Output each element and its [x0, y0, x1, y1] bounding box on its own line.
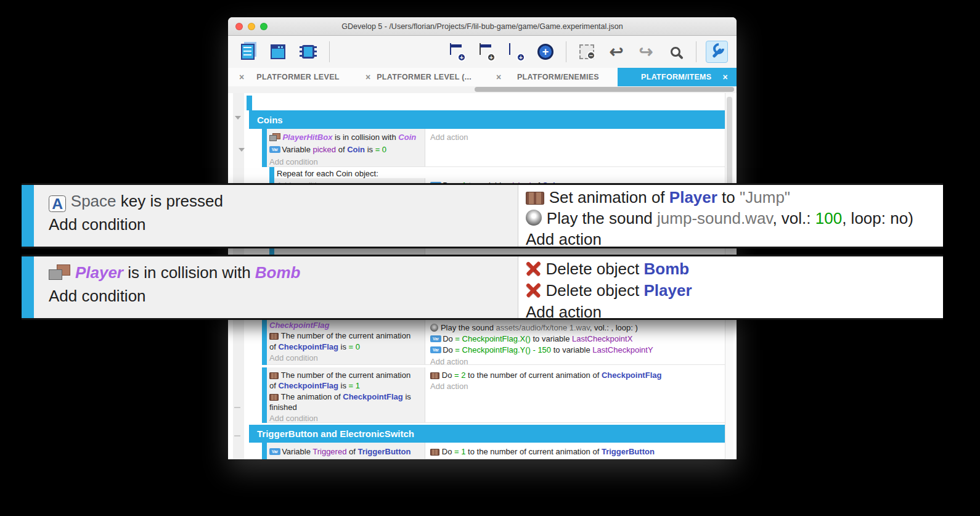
action-line[interactable]: Do = 1 to the number of current animatio…: [430, 447, 655, 456]
condition-line[interactable]: The number of the current animation: [269, 331, 410, 340]
search-button[interactable]: [664, 41, 687, 63]
event-indent-bar: [22, 256, 34, 318]
add-condition-link[interactable]: Add condition: [269, 414, 318, 423]
condition-line[interactable]: CheckpointFlag: [269, 321, 330, 330]
text-segment: is in collision with: [335, 133, 398, 142]
conditions-cell[interactable]: Player is in collision with Bomb Add con…: [34, 256, 518, 318]
text-segment: = 2: [454, 371, 465, 380]
condition-line[interactable]: VarVariable Triggered of TriggerButton: [269, 447, 410, 456]
add-condition-link[interactable]: Add condition: [49, 213, 518, 236]
condition-line[interactable]: The animation of CheckpointFlag is: [269, 392, 411, 401]
tab-platform-enemies[interactable]: × PLATFORM/ENEMIES: [485, 68, 618, 86]
text-segment: Do: [443, 334, 455, 343]
redo-icon: ↪: [639, 44, 653, 60]
tab-platformer-level-2[interactable]: × PLATFORMER LEVEL (...: [354, 68, 485, 86]
action-line[interactable]: Play the sound assets/audio/fx/tone 1.wa…: [430, 323, 638, 332]
text-segment: = 0: [349, 342, 360, 351]
text-segment: of: [346, 447, 357, 456]
redo-button[interactable]: ↪: [635, 41, 657, 63]
actions-cell[interactable]: Set animation of Player to "Jump" Play t…: [518, 185, 943, 247]
horizontal-scrollbar-thumb[interactable]: [475, 87, 734, 92]
action-line[interactable]: VarDo = CheckpointFlag.Y() - 150 to vari…: [430, 345, 653, 354]
undo-icon: ↩: [610, 44, 624, 60]
project-manager-button[interactable]: [237, 41, 259, 63]
scene-editor-button[interactable]: [267, 41, 289, 63]
text-segment: 100: [815, 209, 842, 227]
text-segment: picked: [312, 145, 336, 154]
text-segment: to variable: [551, 345, 592, 354]
add-event-button[interactable]: +: [446, 41, 468, 63]
actions-cell[interactable]: Delete object Bomb Delete object Player …: [518, 256, 943, 318]
add-condition-link[interactable]: Add condition: [269, 353, 318, 362]
condition-line[interactable]: The number of the current animation: [269, 371, 410, 380]
group-header-coins[interactable]: Coins: [249, 110, 725, 129]
condition-line[interactable]: VarVariable picked of Coin is = 0: [269, 145, 386, 154]
text-segment: Variable: [282, 447, 312, 456]
condition-line[interactable]: of CheckpointFlag is = 0: [269, 342, 360, 351]
text-segment: , vol.:: [772, 209, 815, 227]
undo-button[interactable]: ↩: [605, 41, 627, 63]
add-action-link[interactable]: Add action: [526, 301, 943, 323]
text-segment: Delete object: [545, 281, 643, 300]
action-line[interactable]: Delete object Bomb: [526, 258, 943, 280]
text-segment: key is pressed: [121, 192, 223, 210]
repeat-event-header[interactable]: Repeat for each Coin object:: [277, 169, 378, 178]
add-comment-button[interactable]: +: [475, 41, 497, 63]
text-segment: Space: [71, 192, 121, 210]
tools-button[interactable]: [706, 41, 728, 63]
condition-line[interactable]: PlayerHitBox is in collision with Coin: [269, 133, 416, 142]
condition-line[interactable]: finished: [269, 403, 297, 412]
text-segment: TriggerButton: [602, 447, 655, 456]
tab-close-icon[interactable]: ×: [228, 72, 255, 82]
keyboard-key-icon: A: [49, 195, 66, 212]
condition-line[interactable]: ASpace key is pressed: [49, 189, 518, 213]
action-line[interactable]: Set animation of Player to "Jump": [526, 187, 943, 208]
text-segment: "Jump": [740, 188, 790, 207]
tab-close-icon[interactable]: ×: [354, 72, 377, 82]
delete-event-button[interactable]: −: [576, 41, 598, 63]
add-action-link[interactable]: Add action: [526, 229, 943, 250]
text-segment: Do: [442, 371, 454, 380]
animation-icon: [430, 372, 439, 379]
main-toolbar: + + + + − ↩ ↪: [228, 36, 737, 68]
event-indent-bar: [22, 185, 34, 247]
add-action-link[interactable]: Add action: [430, 133, 468, 142]
debugger-button[interactable]: [297, 41, 319, 63]
add-condition-link[interactable]: Add condition: [49, 284, 518, 308]
add-action-link[interactable]: Add action: [430, 357, 468, 366]
collapse-chevron-icon[interactable]: [235, 116, 241, 120]
debugger-icon: [302, 45, 314, 59]
horizontal-scrollbar[interactable]: [228, 86, 737, 93]
text-segment: to variable: [531, 334, 572, 343]
sound-icon: [526, 210, 542, 226]
add-subevent-button[interactable]: +: [505, 41, 527, 63]
text-segment: = 1: [349, 381, 360, 390]
add-condition-link[interactable]: Add condition: [269, 157, 318, 166]
event-indent-bar: [262, 129, 267, 167]
tab-platform-items[interactable]: × PLATFORM/ITEMS: [618, 68, 737, 86]
group-header-triggerbutton[interactable]: TriggerButton and ElectronicSwitch: [249, 425, 725, 443]
text-segment: jump-sound.wav: [657, 209, 772, 227]
group-title: Coins: [257, 115, 283, 125]
condition-line[interactable]: Player is in collision with Bomb: [49, 261, 518, 284]
tab-platformer-level[interactable]: × PLATFORMER LEVEL: [228, 68, 354, 86]
collapse-chevron-icon[interactable]: [239, 148, 245, 152]
tree-connector: [234, 435, 240, 436]
conditions-cell[interactable]: ASpace key is pressed Add condition: [34, 185, 518, 247]
tab-close-icon[interactable]: ×: [723, 72, 737, 82]
action-line[interactable]: Delete object Player: [526, 280, 943, 301]
text-segment: = 1: [454, 447, 465, 456]
action-line[interactable]: Play the sound jump-sound.wav, vol.: 100…: [526, 208, 943, 229]
add-new-event-button[interactable]: +: [534, 41, 557, 63]
actions-cell[interactable]: [425, 129, 725, 166]
text-segment: = CheckpointFlag.X(): [455, 334, 530, 343]
text-segment: Play the sound: [547, 209, 657, 227]
condition-line[interactable]: of CheckpointFlag is = 1: [269, 381, 360, 390]
tab-close-icon[interactable]: ×: [485, 72, 512, 82]
action-line[interactable]: Do = 2 to the number of current animatio…: [430, 371, 661, 380]
add-action-link[interactable]: Add action: [430, 382, 468, 391]
text-segment: Repeat for each Coin object:: [277, 169, 378, 178]
text-segment: Do: [443, 345, 455, 354]
action-line[interactable]: VarDo = CheckpointFlag.X() to variable L…: [430, 334, 632, 343]
text-segment: Set animation of: [549, 188, 669, 207]
